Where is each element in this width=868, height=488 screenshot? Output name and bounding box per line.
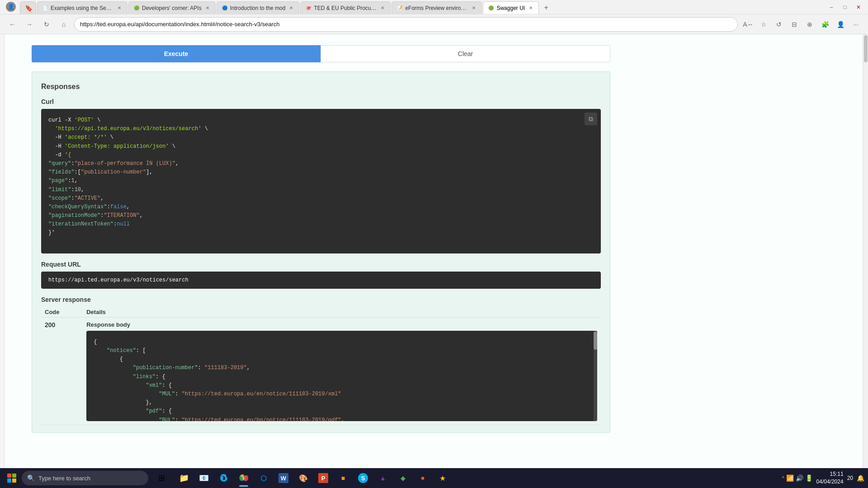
code-column-header: Code <box>41 307 83 318</box>
app13[interactable]: ● <box>413 469 432 488</box>
vscode-app[interactable]: ⬡ <box>254 469 273 488</box>
address-bar[interactable]: https://ted.europa.eu/api/documentation/… <box>74 17 738 32</box>
details-column-header: Details <box>83 307 601 318</box>
tab-bar: 👤 🔖 📄 Examples using the Sear... ✕ 🟢 Dev… <box>4 0 822 14</box>
start-sq-1 <box>7 474 11 478</box>
task-view-icon: ⊞ <box>156 473 166 483</box>
tab-6[interactable]: 🟢 Swagger UI ✕ <box>483 1 539 14</box>
app11[interactable]: ▲ <box>373 469 392 488</box>
file-explorer-icon: 📁 <box>179 473 189 483</box>
tab-1-favicon: 📄 <box>42 5 48 11</box>
minimize-button[interactable]: – <box>826 1 837 13</box>
split-view-icon[interactable]: ⊟ <box>788 18 801 31</box>
app9[interactable]: ■ <box>334 469 353 488</box>
skype-app[interactable]: S <box>354 469 373 488</box>
action-buttons: Execute Clear <box>32 45 610 62</box>
tab-5-favicon: 📝 <box>396 5 403 11</box>
system-tray[interactable]: ^ 📶 🔊 🔋 <box>782 474 813 482</box>
taskbar-right: ^ 📶 🔊 🔋 15:11 04/04/2024 20 🔔 <box>782 470 864 486</box>
network-icon[interactable]: 📶 <box>786 474 794 482</box>
search-icon: 🔍 <box>27 474 35 482</box>
tab-6-label: Swagger UI <box>496 5 525 11</box>
app11-icon: ▲ <box>378 473 388 483</box>
tab-5-close[interactable]: ✕ <box>471 5 477 11</box>
tab-3-close[interactable]: ✕ <box>288 5 294 11</box>
browser-frame: 👤 🔖 📄 Examples using the Sear... ✕ 🟢 Dev… <box>0 0 868 488</box>
menu-icon[interactable]: ··· <box>849 18 863 31</box>
edge-icon <box>219 473 229 483</box>
app14[interactable]: ★ <box>433 469 452 488</box>
collections-icon[interactable]: ⊕ <box>803 18 816 31</box>
system-clock[interactable]: 15:11 04/04/2024 <box>816 470 844 486</box>
vscode-icon: ⬡ <box>259 473 269 483</box>
bookmark-icon[interactable]: ☆ <box>757 18 770 31</box>
app9-icon: ■ <box>338 473 348 483</box>
word-app[interactable]: W <box>274 469 293 488</box>
tab-4[interactable]: 🐙 TED & EU Public Procure... ✕ <box>300 1 391 14</box>
bookmarks-icon: 🔖 <box>25 5 33 12</box>
tab-4-close[interactable]: ✕ <box>379 5 386 11</box>
notification-bell[interactable]: 🔔 <box>857 474 864 482</box>
forward-button[interactable]: → <box>23 18 36 31</box>
page-content: Execute Clear Responses Curl curl -X 'PO… <box>0 34 868 468</box>
clock-time: 15:11 <box>816 470 844 478</box>
task-view-button[interactable]: ⊞ <box>152 469 171 488</box>
battery-icon[interactable]: 🔋 <box>805 474 813 482</box>
scrollbar-thumb[interactable] <box>864 35 868 62</box>
curl-copy-button[interactable]: ⧉ <box>585 113 597 125</box>
tab-5[interactable]: 📝 eForms Preview environ... ✕ <box>392 1 482 14</box>
tab-3-label: Introduction to the mod <box>230 5 286 11</box>
maximize-button[interactable]: □ <box>839 1 851 13</box>
tab-1[interactable]: 📄 Examples using the Sear... ✕ <box>37 1 127 14</box>
tab-1-close[interactable]: ✕ <box>116 5 123 11</box>
tray-expand-icon[interactable]: ^ <box>782 476 784 481</box>
app8-app[interactable]: 🎨 <box>294 469 313 488</box>
server-response-heading: Server response <box>41 296 601 303</box>
tab-3[interactable]: 🔵 Introduction to the mod ✕ <box>217 1 300 14</box>
home-button[interactable]: ⌂ <box>57 18 71 31</box>
taskbar-search[interactable]: 🔍 Type here to search <box>22 471 148 485</box>
main-scrollbar[interactable] <box>863 34 868 468</box>
response-table: Code Details 200 Response body { "notice… <box>41 307 601 425</box>
outlook-app[interactable]: 📧 <box>194 469 213 488</box>
request-url-text: https://api.ted.europa.eu/v3/notices/sea… <box>48 277 189 283</box>
language-indicator[interactable]: 20 <box>847 475 853 481</box>
address-text: https://ted.europa.eu/api/documentation/… <box>80 21 732 28</box>
powerpoint-app[interactable]: P <box>314 469 333 488</box>
tab-2-label: Developers' corner: APIs <box>142 5 202 11</box>
windows-logo <box>7 474 16 483</box>
word-icon: W <box>278 473 288 483</box>
app14-icon: ★ <box>438 473 448 483</box>
start-button[interactable] <box>4 470 20 486</box>
profile-icon[interactable]: 👤 <box>4 0 18 14</box>
tab-bookmarks[interactable]: 🔖 <box>20 1 36 14</box>
close-button[interactable]: ✕ <box>853 1 864 13</box>
back-button[interactable]: ← <box>5 18 19 31</box>
refresh-icon[interactable]: ↺ <box>772 18 786 31</box>
new-tab-button[interactable]: + <box>540 1 552 14</box>
clear-button[interactable]: Clear <box>321 45 610 62</box>
responses-heading: Responses <box>41 79 601 91</box>
app12[interactable]: ◆ <box>393 469 412 488</box>
tab-2[interactable]: 🟢 Developers' corner: APIs ✕ <box>128 1 216 14</box>
tab-2-close[interactable]: ✕ <box>204 5 211 11</box>
reload-button[interactable]: ↻ <box>40 18 53 31</box>
start-sq-4 <box>12 479 16 483</box>
chrome-app[interactable] <box>234 469 253 488</box>
edge-app[interactable] <box>214 469 233 488</box>
profile-icon[interactable]: 👤 <box>834 18 847 31</box>
extensions-icon[interactable]: 🧩 <box>818 18 832 31</box>
tab-6-close[interactable]: ✕ <box>528 5 534 11</box>
execute-button[interactable]: Execute <box>32 45 321 62</box>
search-placeholder: Type here to search <box>38 475 90 482</box>
translate-icon[interactable]: A↔ <box>741 18 755 31</box>
curl-label: Curl <box>41 98 601 105</box>
tab-6-favicon: 🟢 <box>488 5 494 11</box>
app12-icon: ◆ <box>398 473 408 483</box>
volume-icon[interactable]: 🔊 <box>796 474 803 482</box>
tab-5-label: eForms Preview environ... <box>405 5 468 11</box>
tab-4-label: TED & EU Public Procure... <box>314 5 377 11</box>
file-explorer-app[interactable]: 📁 <box>175 469 193 488</box>
start-sq-2 <box>12 474 16 478</box>
title-bar: 👤 🔖 📄 Examples using the Sear... ✕ 🟢 Dev… <box>0 0 868 14</box>
